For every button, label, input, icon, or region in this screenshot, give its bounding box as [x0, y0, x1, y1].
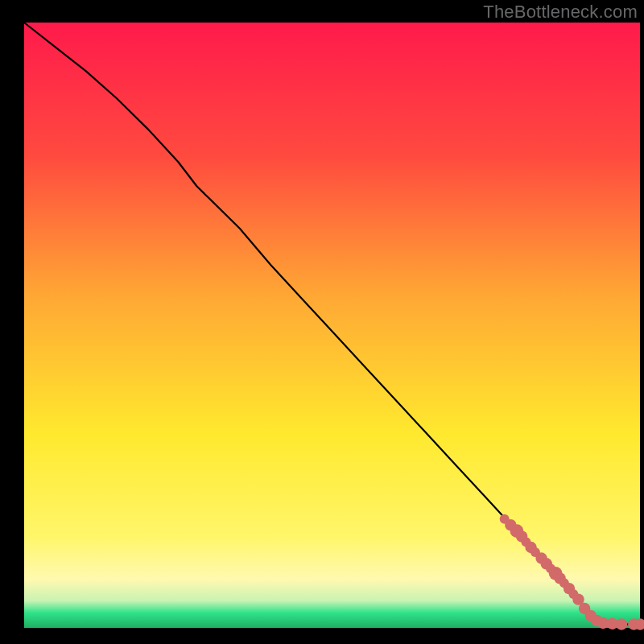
scatter-point [616, 618, 627, 630]
watermark-text: TheBottleneck.com [483, 2, 638, 23]
chart-svg [0, 0, 644, 644]
plot-background [24, 23, 640, 628]
chart-frame: TheBottleneck.com [0, 0, 644, 644]
